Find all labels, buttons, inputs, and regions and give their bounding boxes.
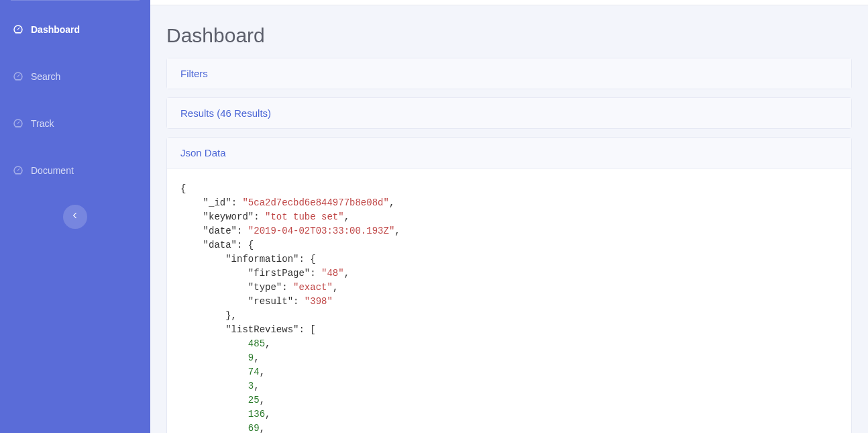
sidebar-collapse-button[interactable] — [63, 205, 87, 229]
json-data-output: { "_id": "5ca2d7ecbd6e844977b8e08d", "ke… — [180, 182, 838, 433]
sidebar-item-label: Dashboard — [31, 24, 80, 35]
dashboard-icon — [12, 23, 24, 36]
panel-json-data: Json Data { "_id": "5ca2d7ecbd6e844977b8… — [166, 137, 852, 433]
main-content: Dashboard Filters Results (46 Results) J… — [150, 0, 868, 433]
dashboard-icon — [12, 117, 24, 130]
sidebar: Dashboard Search Track Document — [0, 0, 150, 433]
panel-results-header[interactable]: Results (46 Results) — [167, 98, 851, 128]
dashboard-icon — [12, 164, 24, 177]
sidebar-item-search[interactable]: Search — [0, 60, 150, 93]
sidebar-item-label: Search — [31, 71, 60, 82]
dashboard-icon — [12, 70, 24, 83]
panel-json-body: { "_id": "5ca2d7ecbd6e844977b8e08d", "ke… — [167, 169, 851, 433]
sidebar-item-label: Document — [31, 165, 74, 176]
page-title: Dashboard — [166, 24, 852, 47]
panel-json-header[interactable]: Json Data — [167, 138, 851, 169]
topbar — [150, 0, 868, 5]
panel-filters-header[interactable]: Filters — [167, 58, 851, 89]
sidebar-divider — [11, 0, 140, 1]
panel-results: Results (46 Results) — [166, 97, 852, 129]
chevron-left-icon — [70, 211, 80, 223]
sidebar-item-track[interactable]: Track — [0, 107, 150, 140]
sidebar-item-dashboard[interactable]: Dashboard — [0, 13, 150, 46]
sidebar-nav: Dashboard Search Track Document — [0, 6, 150, 201]
panel-filters: Filters — [166, 58, 852, 89]
sidebar-item-label: Track — [31, 118, 54, 129]
sidebar-item-document[interactable]: Document — [0, 154, 150, 187]
